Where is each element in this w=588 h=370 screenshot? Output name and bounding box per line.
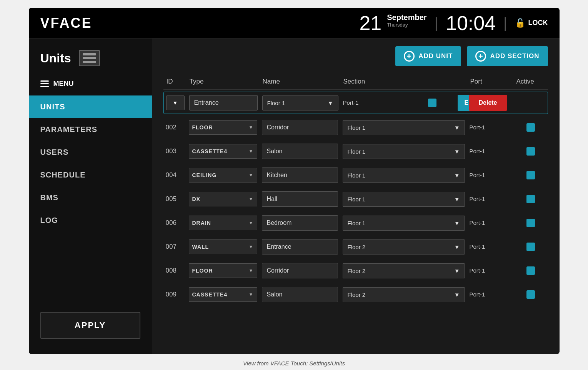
menu-label: MENU (53, 80, 74, 88)
row-port: Port-1 (470, 124, 485, 131)
row-id-cell: 005 (163, 195, 187, 203)
row-section-arrow: ▼ (454, 220, 460, 226)
lock-block[interactable]: 🔓 LOCK (515, 18, 548, 28)
separator-1: | (435, 15, 438, 31)
first-row-name-value: Floor 1 (267, 100, 285, 106)
first-row-active-dot[interactable] (428, 99, 436, 107)
sidebar-item-log[interactable]: LOG (29, 209, 152, 232)
row-section-dropdown[interactable]: Floor 1 ▼ (343, 120, 465, 135)
row-type-arrow: ▼ (249, 268, 254, 273)
row-section-dropdown[interactable]: Floor 2 ▼ (343, 263, 465, 278)
row-port-cell: Port-1 (467, 124, 513, 131)
row-section-value: Floor 1 (348, 220, 366, 226)
first-row-expand-btn[interactable]: ▼ (166, 95, 185, 110)
lock-icon: 🔓 (515, 18, 525, 28)
first-row-port-cell (409, 99, 455, 107)
row-section-dropdown[interactable]: Floor 1 ▼ (343, 192, 465, 207)
date-day: 21 (359, 13, 381, 33)
row-name-cell (260, 239, 340, 254)
row-name-cell (260, 287, 340, 302)
row-section-arrow: ▼ (454, 244, 460, 250)
row-active-dot[interactable] (526, 266, 535, 275)
row-type-dropdown[interactable]: CASSETTE4 ▼ (189, 144, 257, 159)
row-port-cell: Port-1 (467, 267, 513, 274)
row-type-dropdown[interactable]: CEILING ▼ (189, 168, 257, 182)
row-section-value: Floor 1 (348, 172, 366, 179)
first-row-name-cell: Floor 1 ▼ (260, 95, 341, 110)
row-type-value: DX (192, 196, 200, 202)
row-name-input[interactable] (262, 263, 338, 278)
row-port: Port-1 (470, 219, 485, 226)
row-id-cell: 002 (163, 124, 187, 131)
sidebar-item-schedule[interactable]: SCHEDULE (29, 164, 152, 186)
row-active-dot[interactable] (526, 171, 535, 179)
row-type-arrow: ▼ (249, 292, 254, 297)
row-name-input[interactable] (262, 191, 338, 207)
sidebar-item-parameters[interactable]: PARAMETERS (29, 118, 152, 141)
row-section-arrow: ▼ (454, 291, 460, 298)
delete-button[interactable]: Delete (469, 95, 507, 111)
apply-button[interactable]: APPLY (40, 312, 140, 339)
row-type-arrow: ▼ (249, 149, 254, 154)
row-section-dropdown[interactable]: Floor 2 ▼ (343, 287, 465, 302)
row-name-input[interactable] (262, 215, 338, 231)
row-type-arrow: ▼ (249, 172, 254, 178)
row-section-dropdown[interactable]: Floor 1 ▼ (343, 144, 465, 159)
row-port-cell: Port-1 (467, 291, 513, 298)
row-active-dot[interactable] (526, 243, 535, 251)
row-section-value: Floor 1 (348, 124, 366, 131)
row-active-cell (513, 147, 548, 156)
row-type-dropdown[interactable]: FLOOR ▼ (189, 263, 257, 278)
row-section-cell: Floor 2 ▼ (340, 287, 467, 302)
add-unit-label: ADD UNIT (418, 52, 453, 60)
first-row-name-dropdown[interactable]: Floor 1 ▼ (262, 95, 338, 110)
add-unit-button[interactable]: + ADD UNIT (395, 46, 461, 66)
add-section-button[interactable]: + ADD SECTION (467, 46, 548, 66)
menu-toggle[interactable]: MENU (29, 74, 152, 94)
row-type-dropdown[interactable]: CASSETTE4 ▼ (189, 287, 257, 302)
table-row: 003 CASSETTE4 ▼ Floor 1 ▼ Port-1 (163, 141, 548, 162)
row-type-value: CASSETTE4 (192, 291, 227, 298)
add-section-icon: + (475, 51, 486, 62)
sidebar-item-units[interactable]: UNITS (29, 95, 152, 118)
sidebar-item-bms[interactable]: BMS (29, 186, 152, 209)
first-row-type-input[interactable]: Entrance (189, 95, 258, 110)
row-port-cell: Port-1 (467, 196, 513, 203)
row-name-input[interactable] (262, 167, 338, 183)
row-port-cell: Port-1 (467, 172, 513, 179)
row-section-dropdown[interactable]: Floor 1 ▼ (343, 168, 465, 183)
row-id: 005 (166, 195, 177, 203)
row-section-dropdown[interactable]: Floor 1 ▼ (343, 216, 465, 231)
row-name-input[interactable] (262, 239, 338, 254)
row-section-arrow: ▼ (454, 268, 460, 274)
separator-2: | (503, 15, 507, 31)
row-type-dropdown[interactable]: FLOOR ▼ (189, 120, 257, 135)
row-active-dot[interactable] (526, 123, 535, 132)
row-port-cell: Port-1 (467, 148, 513, 155)
row-type-dropdown[interactable]: WALL ▼ (189, 239, 257, 254)
row-type-dropdown[interactable]: DRAIN ▼ (189, 216, 257, 230)
row-type-cell: CEILING ▼ (187, 168, 260, 182)
row-active-dot[interactable] (526, 219, 535, 227)
sidebar-item-users[interactable]: USERS (29, 141, 152, 164)
row-active-cell (513, 266, 548, 275)
units-icon (79, 50, 100, 66)
col-header-id: ID (163, 78, 187, 85)
row-id: 009 (166, 291, 177, 298)
row-id-cell: 008 (163, 267, 187, 275)
table-row: 006 DRAIN ▼ Floor 1 ▼ Port-1 (163, 213, 548, 233)
row-active-dot[interactable] (526, 195, 535, 203)
col-header-section: Section (340, 78, 467, 85)
table-row: 004 CEILING ▼ Floor 1 ▼ Port-1 (163, 165, 548, 186)
row-active-dot[interactable] (526, 147, 535, 156)
row-section-dropdown[interactable]: Floor 2 ▼ (343, 239, 465, 254)
row-port-cell: Port-1 (467, 219, 513, 226)
row-name-input[interactable] (262, 120, 338, 135)
row-name-input[interactable] (262, 287, 338, 302)
add-section-label: ADD SECTION (490, 52, 539, 60)
row-name-input[interactable] (262, 144, 338, 159)
row-active-dot[interactable] (526, 290, 535, 299)
row-id: 003 (166, 147, 177, 155)
row-type-dropdown[interactable]: DX ▼ (189, 192, 257, 206)
row-section-cell: Floor 2 ▼ (340, 239, 467, 254)
